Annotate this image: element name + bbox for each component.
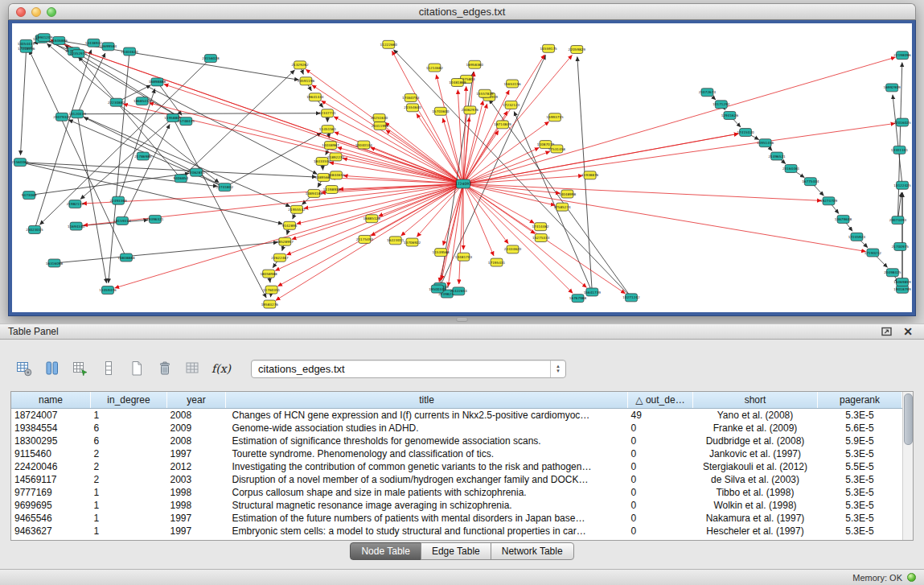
network-node[interactable]: 16767988 xyxy=(569,295,587,303)
network-node[interactable]: 18685416 xyxy=(133,97,151,105)
column-header-in-degree[interactable]: in_degree xyxy=(91,392,167,409)
table-select[interactable]: citations_edges.txt ▲▼ xyxy=(251,360,566,378)
network-node[interactable]: 11198939 xyxy=(323,186,341,194)
network-canvas[interactable]: 1724097217869861689888821982119222308821… xyxy=(12,23,912,312)
network-node[interactable]: 10404620 xyxy=(121,47,138,56)
network-edge[interactable] xyxy=(55,242,278,263)
network-node[interactable]: 17585274 xyxy=(553,203,571,211)
network-node[interactable]: 21554640 xyxy=(404,104,421,112)
network-node[interactable]: 9473069 xyxy=(22,192,37,200)
network-node[interactable]: 17414462 xyxy=(532,223,549,231)
network-node[interactable]: 22352971 xyxy=(70,50,88,58)
network-node[interactable]: 15641739 xyxy=(584,288,602,296)
network-node[interactable]: 19583276 xyxy=(261,300,279,308)
network-edge[interactable] xyxy=(122,124,170,220)
network-node[interactable]: 16992909 xyxy=(883,84,901,92)
network-edge[interactable] xyxy=(275,183,463,270)
network-node[interactable]: 17245924 xyxy=(848,233,866,241)
network-node[interactable]: 18159313 xyxy=(113,216,131,225)
network-node[interactable]: 21560061 xyxy=(12,159,29,167)
network-node[interactable]: 10040104 xyxy=(355,141,373,149)
network-node[interactable]: 18058988 xyxy=(260,270,277,278)
network-node[interactable]: 11214682 xyxy=(426,64,444,72)
table-row[interactable]: 1456911722003Disruption of a novel membe… xyxy=(11,473,902,486)
network-node[interactable]: 21892232 xyxy=(327,153,345,161)
function-builder-button[interactable]: f(x) xyxy=(208,357,234,380)
network-edge[interactable] xyxy=(463,183,573,293)
network-edge[interactable] xyxy=(20,163,282,225)
column-header-title[interactable]: title xyxy=(226,392,628,409)
network-node[interactable]: 15993715 xyxy=(546,113,564,122)
network-hub-node[interactable]: 1724097 xyxy=(455,179,471,188)
column-header-name[interactable]: name xyxy=(11,392,91,409)
network-node[interactable]: 13679638 xyxy=(835,215,852,223)
network-node[interactable]: 21496521 xyxy=(768,152,786,160)
network-node[interactable]: 11694340 xyxy=(68,222,85,230)
network-node[interactable]: 13481703 xyxy=(455,253,473,261)
network-node[interactable]: 20074493 xyxy=(889,216,907,225)
network-node[interactable]: 15703600 xyxy=(432,107,450,115)
network-node[interactable]: 23062976 xyxy=(462,106,479,114)
network-node[interactable]: 12941626 xyxy=(721,111,739,119)
network-node[interactable]: 23023015 xyxy=(26,225,43,233)
network-node[interactable]: 19396321 xyxy=(146,215,164,223)
tab-network-table[interactable]: Network Table xyxy=(491,542,574,560)
network-edge[interactable] xyxy=(463,183,822,200)
zoom-window-icon[interactable] xyxy=(47,7,56,17)
network-edge[interactable] xyxy=(51,40,463,184)
table-row[interactable]: 946554611997Estimation of the future num… xyxy=(11,512,902,525)
column-header-pagerank[interactable]: pagerank xyxy=(818,392,902,409)
network-edge[interactable] xyxy=(489,100,631,298)
network-node[interactable]: 22230882 xyxy=(108,98,125,106)
table-row[interactable]: 1938455462009Genome-wide association stu… xyxy=(11,422,902,435)
column-header-short[interactable]: short xyxy=(693,392,818,409)
network-node[interactable]: 22059829 xyxy=(569,46,586,54)
network-node[interactable]: 11760351 xyxy=(263,286,281,294)
network-node[interactable]: 18714849 xyxy=(494,121,511,129)
tab-edge-table[interactable]: Edge Table xyxy=(421,542,491,560)
network-node[interactable]: 11451561 xyxy=(319,126,337,134)
select-rows-button[interactable] xyxy=(68,357,93,380)
network-node[interactable]: 17415020 xyxy=(737,129,754,137)
network-node[interactable]: 21072674 xyxy=(699,89,717,97)
network-node[interactable]: 15653156 xyxy=(503,80,521,88)
network-node[interactable]: 16775404 xyxy=(802,178,819,186)
network-node[interactable]: 15748435 xyxy=(178,117,195,126)
network-edge[interactable] xyxy=(224,133,321,187)
network-node[interactable]: 22198096 xyxy=(893,51,911,60)
network-node[interactable]: 14038967 xyxy=(322,142,339,150)
network-node[interactable]: 14048998 xyxy=(559,190,577,198)
table-row[interactable]: 969969511998Structural magnetic resonanc… xyxy=(11,499,902,512)
network-edge[interactable] xyxy=(77,113,320,114)
network-node[interactable]: 12062851 xyxy=(187,168,205,176)
network-node[interactable]: 11938876 xyxy=(581,171,599,179)
network-node[interactable]: 17531458 xyxy=(548,145,566,153)
network-node[interactable]: 13122425 xyxy=(893,181,911,189)
network-node[interactable]: 20498425 xyxy=(884,269,901,277)
network-edge[interactable] xyxy=(181,70,295,179)
column-header-year[interactable]: year xyxy=(167,392,226,409)
float-panel-icon[interactable] xyxy=(881,327,893,336)
network-node[interactable]: 15557839 xyxy=(476,89,494,97)
network-node[interactable]: 18528957 xyxy=(277,237,294,245)
network-node[interactable]: 16885128 xyxy=(363,215,381,223)
table-options-button[interactable] xyxy=(180,357,206,380)
tab-node-table[interactable]: Node Table xyxy=(350,542,421,560)
network-node[interactable]: 9142895 xyxy=(282,221,298,229)
network-node[interactable]: 14951456 xyxy=(757,139,774,147)
network-node[interactable]: 21700975 xyxy=(892,242,910,250)
network-node[interactable]: 11059476 xyxy=(99,286,117,295)
network-node[interactable]: 11539568 xyxy=(432,249,450,257)
table-row[interactable]: 1872400712008Changes of HCN gene express… xyxy=(11,409,902,422)
table-vertical-scrollbar[interactable] xyxy=(902,392,913,540)
network-edge[interactable] xyxy=(463,134,738,183)
table-mode-button[interactable] xyxy=(11,357,37,380)
network-node[interactable]: 16069859 xyxy=(893,278,911,286)
network-node[interactable]: 13706922 xyxy=(404,238,421,246)
network-edge[interactable] xyxy=(463,57,895,183)
network-node[interactable]: 20411990 xyxy=(372,122,389,130)
network-node[interactable]: 10481869 xyxy=(449,79,466,87)
network-node[interactable]: 22016025 xyxy=(893,118,911,126)
scrollbar-thumb[interactable] xyxy=(904,393,913,445)
network-node[interactable]: 11222660 xyxy=(380,40,398,48)
